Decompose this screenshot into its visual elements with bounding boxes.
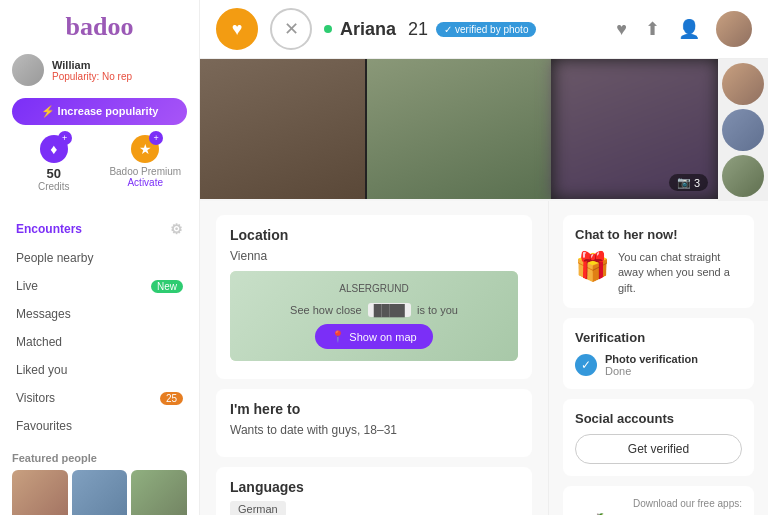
social-accounts-title: Social accounts (575, 411, 742, 426)
share-button[interactable]: ⬆ (641, 14, 664, 44)
here-to-title: I'm here to (230, 401, 518, 417)
nav-people-nearby[interactable]: People nearby (0, 244, 199, 272)
location-title: Location (230, 227, 518, 243)
featured-thumb-2[interactable] (72, 470, 128, 515)
user-name: William (52, 59, 132, 71)
profile-header: ♥ ✕ Ariana 21 ✓ verified by photo ♥ ⬆ 👤 (200, 0, 768, 59)
languages-section: Languages German (216, 467, 532, 515)
featured-thumb-1[interactable] (12, 470, 68, 515)
main-area: ♥ ✕ Ariana 21 ✓ verified by photo ♥ ⬆ 👤 … (200, 0, 768, 515)
photo-count: 📷 3 (669, 174, 708, 191)
premium-box: ★ + Badoo Premium Activate (104, 135, 188, 192)
nav-messages[interactable]: Messages (0, 300, 199, 328)
sidebar-user: William Popularity: No rep (0, 50, 199, 94)
nav-live[interactable]: Live New (0, 272, 199, 300)
credits-icon: ♦ + (40, 135, 68, 163)
featured-grid (12, 470, 187, 515)
main-content: Location Vienna ALSERGRUND See how close… (200, 201, 548, 515)
credits-label: Credits (12, 181, 96, 192)
location-section: Location Vienna ALSERGRUND See how close… (216, 215, 532, 379)
nav-encounters[interactable]: Encounters ⚙ (0, 214, 199, 244)
content-area: Location Vienna ALSERGRUND See how close… (200, 201, 768, 515)
featured-title: Featured people (12, 452, 187, 464)
favorite-header-btn[interactable]: ♥ (612, 15, 631, 44)
photo-area: 📷 3 (200, 59, 768, 201)
verify-check-icon: ✓ (575, 354, 597, 376)
nav-liked-you[interactable]: Liked you (0, 356, 199, 384)
dislike-button[interactable]: ✕ (270, 8, 312, 50)
premium-action[interactable]: Activate (104, 177, 188, 188)
location-city: Vienna (230, 249, 518, 263)
gift-icon: 🎁 (575, 250, 610, 283)
logo: badoo (0, 0, 199, 50)
pin-icon: 📍 (331, 330, 345, 343)
online-indicator (324, 25, 332, 33)
social-accounts-section: Social accounts Get verified (563, 399, 754, 476)
photo-1[interactable] (200, 59, 365, 199)
credits-area: ♦ + 50 Credits ★ + Badoo Premium Activat… (0, 135, 199, 202)
here-to-section: I'm here to Wants to date with guys, 18–… (216, 389, 532, 457)
languages-value: German (230, 501, 286, 515)
get-verified-button[interactable]: Get verified (575, 434, 742, 464)
featured-section: Featured people (0, 444, 199, 515)
right-sidebar: Chat to her now! 🎁 You can chat straight… (548, 201, 768, 515)
menu-button[interactable]: 👤 (674, 14, 704, 44)
profile-name: Ariana (340, 19, 396, 40)
nav-visitors[interactable]: Visitors 25 (0, 384, 199, 412)
credits-value: 50 (12, 166, 96, 181)
map-preview: ALSERGRUND See how close ████ is to you … (230, 271, 518, 361)
photo-strip: 📷 3 (200, 59, 718, 199)
featured-thumb-3[interactable] (131, 470, 187, 515)
download-label: Download our free apps: (575, 498, 742, 509)
premium-icon: ★ + (131, 135, 159, 163)
avatar-strip (718, 59, 768, 201)
encounters-settings-icon[interactable]: ⚙ (170, 221, 183, 237)
check-icon: ✓ (444, 24, 452, 35)
chat-description: You can chat straight away when you send… (618, 250, 742, 296)
nav-menu: Encounters ⚙ People nearby Live New Mess… (0, 210, 199, 444)
verified-badge: ✓ verified by photo (436, 22, 536, 37)
chat-promo-section: Chat to her now! 🎁 You can chat straight… (563, 215, 754, 308)
photo-verification-label: Photo verification (605, 353, 698, 365)
user-status: Popularity: No rep (52, 71, 132, 82)
like-button[interactable]: ♥ (216, 8, 258, 50)
user-avatar (12, 54, 44, 86)
nav-favourites[interactable]: Favourites (0, 412, 199, 440)
sidebar: badoo William Popularity: No rep ⚡ Incre… (0, 0, 200, 515)
boost-button[interactable]: ⚡ Increase popularity (12, 98, 187, 125)
premium-label: Badoo Premium (104, 166, 188, 177)
verification-done: Done (605, 365, 698, 377)
profile-age: 21 (408, 19, 428, 40)
chat-title: Chat to her now! (575, 227, 742, 242)
visitors-badge: 25 (160, 392, 183, 405)
map-proximity-text: See how close ████ is to you (290, 304, 458, 316)
strip-avatar-3[interactable] (722, 155, 764, 197)
strip-avatar-1[interactable] (722, 63, 764, 105)
my-avatar[interactable] (716, 11, 752, 47)
show-map-button[interactable]: 📍 Show on map (315, 324, 432, 349)
verification-section: Verification ✓ Photo verification Done (563, 318, 754, 389)
languages-title: Languages (230, 479, 518, 495)
verification-title: Verification (575, 330, 742, 345)
nav-matched[interactable]: Matched (0, 328, 199, 356)
map-district-label: ALSERGRUND (339, 283, 408, 294)
credits-box: ♦ + 50 Credits (12, 135, 96, 192)
here-to-value: Wants to date with guys, 18–31 (230, 423, 518, 437)
download-section: Download our free apps: 🍎 App Store ▶ Go… (563, 486, 754, 515)
photo-2[interactable] (367, 59, 551, 199)
camera-icon: 📷 (677, 176, 691, 189)
strip-avatar-2[interactable] (722, 109, 764, 151)
live-new-badge: New (151, 280, 183, 293)
